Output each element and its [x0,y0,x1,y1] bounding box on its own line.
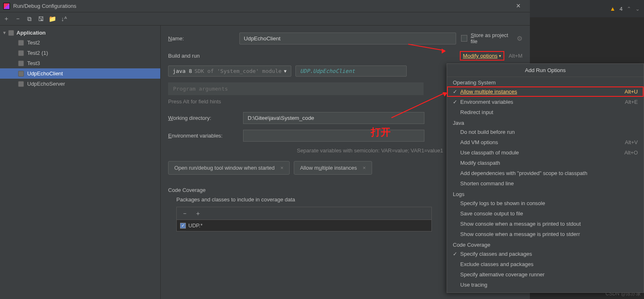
menu-item[interactable]: Specify logs to be shown in console [447,198,644,208]
editor-gutter: ▲ 4 ⌃ ⌄ [530,0,644,17]
annotation-arrow [408,47,445,55]
tree-root-label: Application [16,30,46,36]
menu-item[interactable]: Add dependencies with "provided" scope t… [447,168,644,178]
chip-remove-icon[interactable]: × [363,165,366,171]
menu-section-header: Java [447,117,644,127]
save-icon[interactable]: 🖫 [37,15,44,23]
add-icon[interactable]: ＋ [194,210,201,217]
menu-item[interactable]: Shorten command line [447,178,644,189]
menu-item[interactable]: Modify classpath [447,158,644,168]
toolbar: ＋ － ⧉ 🖫 📁 ↓ᴬ [0,12,530,26]
chip-open-tool-window: Open run/debug tool window when started … [168,161,290,175]
close-icon[interactable]: × [510,2,527,10]
tree-item[interactable]: Test3 [0,58,160,68]
gear-icon[interactable]: ⚙ [517,35,522,42]
tree-item[interactable]: UdpEchoClient [0,68,160,79]
menu-item[interactable]: Use classpath of moduleAlt+O [447,147,644,158]
main-class-input[interactable]: UDP.UdpEchoClient [295,65,407,77]
chevron-down-icon: ▾ [3,30,6,35]
chevron-down-icon: ▾ [284,68,287,74]
env-input[interactable] [243,130,424,142]
chip-remove-icon[interactable]: × [281,165,284,171]
menu-section-header: Code Coverage [447,239,644,249]
tree-item[interactable]: UdpEchoServer [0,79,160,89]
modify-options-link[interactable]: Modify options ▾ [460,51,505,61]
store-label: Store as project file [471,32,513,44]
menu-item[interactable]: Specify alternative coverage runner [447,269,644,280]
menu-item[interactable]: Exclude classes and packages [447,259,644,269]
modify-shortcut: Alt+M [508,53,522,59]
copy-icon[interactable]: ⧉ [26,15,33,23]
menu-header: Add Run Options [447,64,644,77]
coverage-toolbar: － ＋ [176,207,432,220]
tree-item[interactable]: Test2 [0,37,160,48]
chip-allow-multiple: Allow multiple instances × [294,161,372,175]
config-icon [18,61,24,66]
config-icon [18,40,24,46]
check-icon: ✓ [453,251,460,257]
warning-icon[interactable]: ▲ [610,5,616,12]
chevron-down-icon: ▾ [499,54,501,58]
menu-item[interactable]: Show console when a message is printed t… [447,219,644,229]
menu-item[interactable]: Redirect input [447,107,644,117]
name-label: Name: [168,35,234,42]
menu-item[interactable]: Use tracing [447,280,644,290]
menu-section-header: Operating System [447,77,644,86]
menu-item[interactable]: ✓Allow multiple instancesAlt+U [447,86,644,97]
config-icon [18,50,24,56]
coverage-item[interactable]: ✓ UDP.* [180,222,428,229]
sort-icon[interactable]: ↓ᴬ [60,15,68,23]
env-label: Environment variables: [168,133,238,139]
menu-item[interactable]: ✓Specify classes and packages [447,249,644,259]
coverage-checkbox[interactable]: ✓ [180,223,186,229]
annotation-arrow [391,93,445,121]
menu-item[interactable]: Add VM optionsAlt+V [447,137,644,147]
remove-icon[interactable]: － [14,15,21,23]
warning-count: 4 [620,6,623,12]
check-icon: ✓ [453,89,460,95]
config-icon [18,71,24,77]
menu-item[interactable]: Save console output to file [447,208,644,219]
menu-item[interactable]: Do not build before run [447,127,644,137]
chevron-down-icon[interactable]: ⌄ [635,6,640,12]
check-icon: ✓ [453,99,460,105]
remove-icon[interactable]: － [181,210,188,217]
sdk-selector[interactable]: java 8 SDK of 'System_code' module ▾ [168,65,291,77]
menu-item[interactable]: ✓Environment variablesAlt+E [447,97,644,107]
window-title: Run/Debug Configurations [13,3,510,9]
intellij-icon [3,3,10,9]
workdir-label: Working directory: [168,115,238,121]
config-tree: ▾ Application Test2Test2 (1)Test3UdpEcho… [0,26,161,299]
app-category-icon [8,30,14,36]
program-arguments-input[interactable]: Program arguments [168,82,424,95]
add-run-options-menu: Add Run Options Operating System✓Allow m… [447,63,644,293]
store-checkbox[interactable] [461,35,467,42]
tree-item[interactable]: Test2 (1) [0,48,160,58]
folder-icon[interactable]: 📁 [49,15,56,23]
add-icon[interactable]: ＋ [2,15,10,23]
titlebar: Run/Debug Configurations × [0,0,530,12]
menu-section-header: Logs [447,189,644,198]
annotation-text: 打开 [371,126,391,139]
menu-item[interactable]: Show console when a message is printed t… [447,229,644,239]
build-run-title: Build and run [168,53,200,59]
chevron-up-icon[interactable]: ⌃ [627,6,631,12]
config-icon [18,81,24,87]
coverage-list: ✓ UDP.* [176,220,432,231]
name-input[interactable] [239,33,456,44]
tree-root-application[interactable]: ▾ Application [0,28,160,37]
